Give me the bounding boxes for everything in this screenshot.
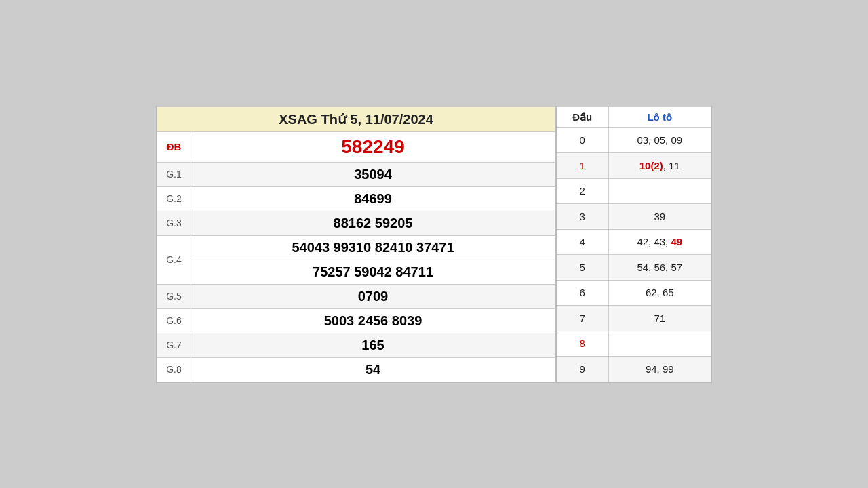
prize-label-đb: ĐB (157, 131, 191, 162)
prize-value-g1: 35094 (191, 162, 555, 186)
loto-dau-9: 9 (556, 357, 608, 382)
prize-label-g7: G.7 (157, 333, 191, 357)
prize-values-g4-row1: 54043 99310 82410 37471 (191, 235, 555, 260)
loto-value-5: 54, 56, 57 (608, 255, 711, 281)
loto-dau-5: 5 (556, 255, 608, 281)
table-header: XSAG Thứ 5, 11/07/2024 (157, 106, 555, 131)
prize-value-g7: 165 (191, 333, 555, 357)
prize-label-g1: G.1 (157, 162, 191, 186)
loto-value-1: 10(2), 11 (608, 153, 711, 179)
main-lottery-table: XSAG Thứ 5, 11/07/2024 ĐB582249G.135094G… (157, 106, 555, 382)
loto-dau-2: 2 (556, 178, 608, 204)
loto-dau-8: 8 (556, 331, 608, 357)
prize-label-g3: G.3 (157, 211, 191, 235)
prize-label-g2: G.2 (157, 186, 191, 211)
loto-value-7: 71 (608, 306, 711, 331)
loto-value-4: 42, 43, 49 (608, 229, 711, 255)
loto-dau-3: 3 (556, 204, 608, 230)
prize-value-g6: 5003 2456 8039 (191, 308, 555, 333)
loto-value-0: 03, 05, 09 (608, 127, 711, 153)
prize-label-g4: G.4 (157, 235, 191, 284)
prize-value-đb: 582249 (191, 131, 555, 162)
loto-value-6: 62, 65 (608, 280, 711, 306)
loto-dau-header: Đầu (556, 106, 608, 127)
prize-label-g5: G.5 (157, 284, 191, 308)
loto-dau-6: 6 (556, 280, 608, 306)
prize-value-g2: 84699 (191, 186, 555, 211)
prize-value-g5: 0709 (191, 284, 555, 308)
loto-dau-1: 1 (556, 153, 608, 179)
prize-values-g4-row2: 75257 59042 84711 (191, 260, 555, 284)
loto-value-3: 39 (608, 204, 711, 230)
loto-value-8 (608, 331, 711, 357)
loto-table: Đầu Lô tô 003, 05, 09110(2), 112339442, … (555, 106, 711, 382)
loto-loto-header: Lô tô (608, 106, 711, 127)
loto-value-9: 94, 99 (608, 357, 711, 382)
prize-label-g8: G.8 (157, 357, 191, 382)
prize-label-g6: G.6 (157, 308, 191, 333)
loto-dau-7: 7 (556, 306, 608, 331)
loto-value-2 (608, 178, 711, 204)
loto-dau-0: 0 (556, 127, 608, 153)
prize-value-g8: 54 (191, 357, 555, 382)
loto-dau-4: 4 (556, 229, 608, 255)
prize-value-g3: 88162 59205 (191, 211, 555, 235)
